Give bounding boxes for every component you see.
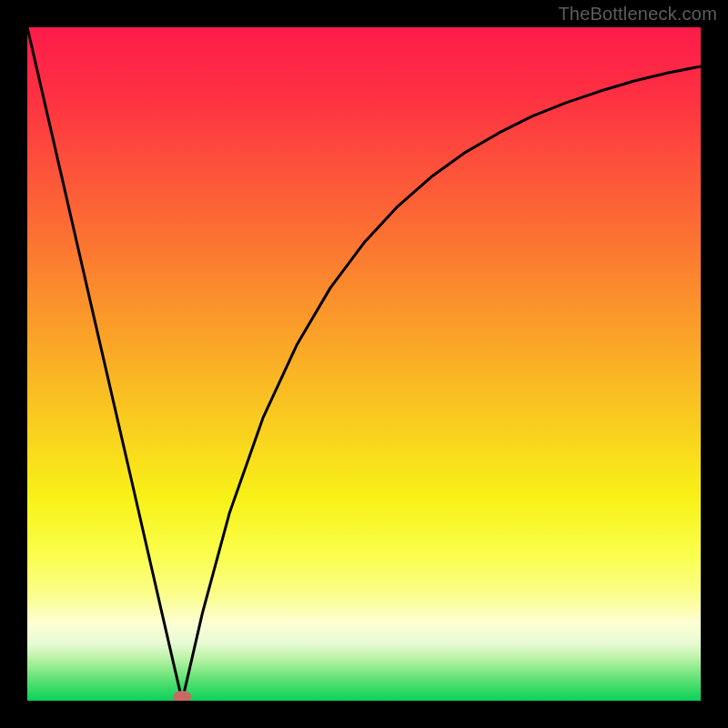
watermark-text: TheBottleneck.com xyxy=(558,4,717,25)
plot-area xyxy=(27,27,701,701)
gradient-background xyxy=(27,27,701,701)
chart-svg xyxy=(27,27,701,701)
chart-frame: TheBottleneck.com xyxy=(0,0,728,728)
